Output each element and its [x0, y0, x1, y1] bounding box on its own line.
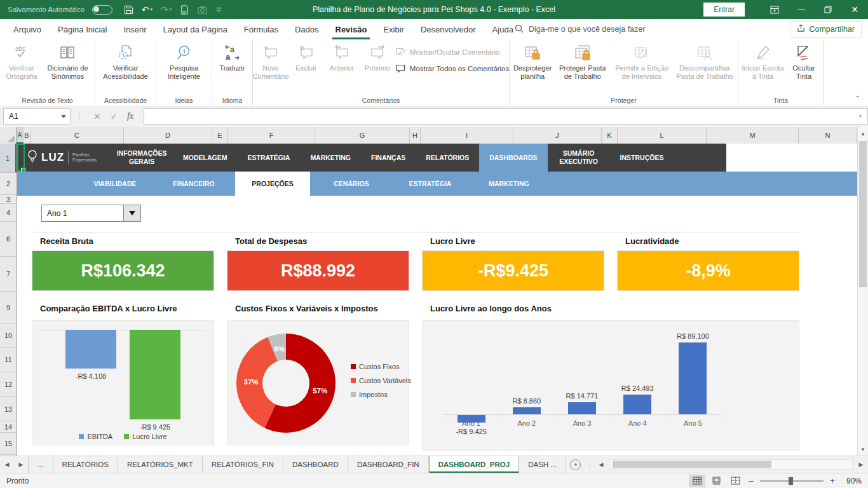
ribbon-tab-formulas[interactable]: Fórmulas — [236, 19, 287, 39]
dashboard-nav-marketing[interactable]: MARKETING — [471, 172, 546, 196]
row-header-9[interactable]: 9 — [0, 292, 17, 323]
dashboard-nav-projecoes[interactable]: PROJEÇÕES — [235, 172, 310, 196]
formula-input[interactable] — [144, 108, 853, 125]
expand-formula-bar-icon[interactable]: ˅ — [853, 108, 868, 125]
dashboard-nav-estrategia[interactable]: ESTRATÉGIA — [393, 172, 468, 196]
traduzir-button[interactable]: aaTraduzir — [215, 42, 250, 74]
name-box-dropdown-icon[interactable] — [61, 115, 66, 118]
row-header-3[interactable]: 3 — [0, 195, 17, 204]
workbook-nav-estrategia[interactable]: ESTRATÉGIA — [237, 144, 300, 172]
dropdown-arrow-icon[interactable] — [123, 205, 140, 221]
print-icon[interactable] — [180, 5, 189, 15]
ribbon-display-options-icon[interactable] — [761, 0, 788, 19]
workbook-nav-informacoes-gerais[interactable]: INFORMAÇÕES GERAIS — [111, 144, 173, 172]
zoom-in-icon[interactable]: + — [827, 476, 837, 485]
tell-me-search[interactable]: Diga-me o que você deseja fazer — [515, 24, 645, 35]
ribbon-tab-dados[interactable]: Dados — [287, 19, 327, 39]
sheet-tab-dash[interactable]: DASH ... — [519, 456, 566, 473]
name-box[interactable]: A1 — [3, 108, 71, 125]
workbook-nav-dashboards[interactable]: DASHBOARDS — [479, 144, 547, 172]
mostrar-todos-os-comentarios-button[interactable]: Mostrar Todos os Comentários — [395, 62, 509, 75]
cancel-icon[interactable]: ✕ — [89, 109, 105, 124]
minimize-icon[interactable] — [788, 0, 815, 19]
zoom-out-icon[interactable]: – — [746, 476, 756, 485]
column-header-c[interactable]: C — [31, 127, 124, 144]
column-header-g[interactable]: G — [315, 127, 410, 144]
sheet-tab-dashboard-proj[interactable]: DASHBOARD_PROJ — [429, 456, 519, 473]
workbook-nav-marketing[interactable]: MARKETING — [300, 144, 361, 172]
sheet-tab-dashboard[interactable]: DASHBOARD — [283, 456, 348, 473]
select-all-corner[interactable] — [0, 127, 17, 144]
sheet-tab-dashboard-fin[interactable]: DASHBOARD_FIN — [348, 456, 429, 473]
row-header-13[interactable]: 13 — [0, 397, 17, 421]
column-header-a[interactable]: A — [17, 127, 24, 144]
collapse-ribbon-icon[interactable]: ⌃ — [855, 95, 860, 102]
dicionario-de-sinonimos-button[interactable]: Dicionário de Sinônimos — [42, 42, 93, 82]
row-header-7[interactable]: 7 — [0, 257, 17, 292]
row-header-10[interactable]: 10 — [0, 323, 17, 348]
insert-function-icon[interactable]: fx — [122, 109, 139, 124]
ribbon-tab-revisao[interactable]: Revisão — [327, 19, 376, 39]
ribbon-tab-desenvolvedor[interactable]: Desenvolvedor — [412, 19, 484, 39]
column-header-j[interactable]: J — [513, 127, 602, 144]
column-header-f[interactable]: F — [228, 127, 315, 144]
sheet-tab-[interactable]: ... — [28, 456, 53, 473]
scroll-down-icon[interactable]: ▼ — [858, 444, 868, 454]
ribbon-tab-layout-da-pagina[interactable]: Layout da Página — [155, 19, 236, 39]
column-header-e[interactable]: E — [212, 127, 228, 144]
new-sheet-button[interactable]: + — [566, 456, 585, 473]
workbook-nav-financas[interactable]: FINANÇAS — [361, 144, 416, 172]
ocultar-tinta-button[interactable]: Ocultar Tinta — [786, 42, 822, 82]
page-break-preview-icon[interactable] — [727, 475, 743, 487]
close-icon[interactable]: ✕ — [841, 0, 868, 19]
column-header-n[interactable]: N — [799, 127, 857, 144]
sheet-tab-relatorios[interactable]: RELATÓRIOS — [53, 456, 118, 473]
verificar-acessibilidade-button[interactable]: Verificar Acessibilidade — [97, 42, 154, 82]
ribbon-tab-exibir[interactable]: Exibir — [375, 19, 412, 39]
dashboard-nav-viabilidade[interactable]: VIABILIDADE — [78, 172, 153, 196]
row-header-15[interactable]: 15 — [0, 433, 17, 455]
enter-icon[interactable]: ✓ — [105, 109, 122, 124]
zoom-slider-thumb[interactable] — [789, 477, 793, 485]
row-header-11[interactable]: 11 — [0, 348, 17, 372]
normal-view-icon[interactable] — [689, 475, 705, 487]
column-header-d[interactable]: D — [124, 127, 212, 144]
vertical-scrollbar[interactable]: ▲ ▼ — [857, 127, 868, 456]
zoom-slider[interactable] — [760, 480, 824, 482]
hscroll-right-icon[interactable]: ▶ — [854, 456, 868, 473]
year-dropdown[interactable]: Ano 1 — [41, 205, 141, 222]
desproteger-planilha-button[interactable]: Desproteger planilha — [511, 42, 554, 82]
undo-icon[interactable]: ↶▾ — [142, 4, 153, 15]
workbook-nav-modelagem[interactable]: MODELAGEM — [173, 144, 237, 172]
sheet-tab-relatorios-mkt[interactable]: RELATÓRIOS_MKT — [118, 456, 203, 473]
page-layout-view-icon[interactable] — [708, 475, 724, 487]
column-header-k[interactable]: K — [602, 127, 618, 144]
save-icon[interactable] — [124, 5, 133, 15]
zoom-level[interactable]: 90% — [840, 477, 864, 485]
column-header-h[interactable]: H — [410, 127, 421, 144]
dashboard-nav-cenarios[interactable]: CENÁRIOS — [314, 172, 389, 196]
ribbon-tab-inserir[interactable]: Inserir — [115, 19, 154, 39]
workbook-nav-relatorios[interactable]: RELATÓRIOS — [416, 144, 479, 172]
sign-in-button[interactable]: Entrar — [703, 3, 745, 17]
proteger-pasta-de-trabalho-button[interactable]: Proteger Pasta de Trabalho — [554, 42, 611, 82]
horizontal-scrollbar[interactable] — [609, 459, 853, 470]
vertical-scroll-thumb[interactable] — [859, 141, 867, 287]
share-button[interactable]: Compartilhar — [790, 21, 862, 37]
restore-icon[interactable] — [815, 0, 841, 19]
ribbon-tab-pagina-inicial[interactable]: Página Inicial — [50, 19, 115, 39]
horizontal-scroll-thumb[interactable] — [613, 461, 771, 468]
row-header-2[interactable]: 2 — [0, 173, 17, 195]
row-header-12[interactable]: 12 — [0, 372, 17, 397]
scroll-up-icon[interactable]: ▲ — [858, 128, 868, 139]
row-header-1[interactable]: 1 — [0, 144, 17, 173]
pesquisa-inteligente-button[interactable]: iPesquisa Inteligente — [158, 42, 210, 82]
customize-quick-access-icon[interactable] — [215, 6, 222, 13]
sheet-nav-right-icon[interactable]: ▶ — [14, 456, 28, 473]
sheet-tab-relatorios-fin[interactable]: RELATÓRIOS_FIN — [203, 456, 283, 473]
workbook-nav-sumario-executivo[interactable]: SUMÁRIO EXECUTIVO — [548, 144, 610, 172]
column-header-m[interactable]: M — [707, 127, 799, 144]
ribbon-tab-arquivo[interactable]: Arquivo — [5, 19, 50, 39]
column-header-i[interactable]: I — [421, 127, 513, 144]
autosave-toggle[interactable] — [92, 5, 112, 15]
